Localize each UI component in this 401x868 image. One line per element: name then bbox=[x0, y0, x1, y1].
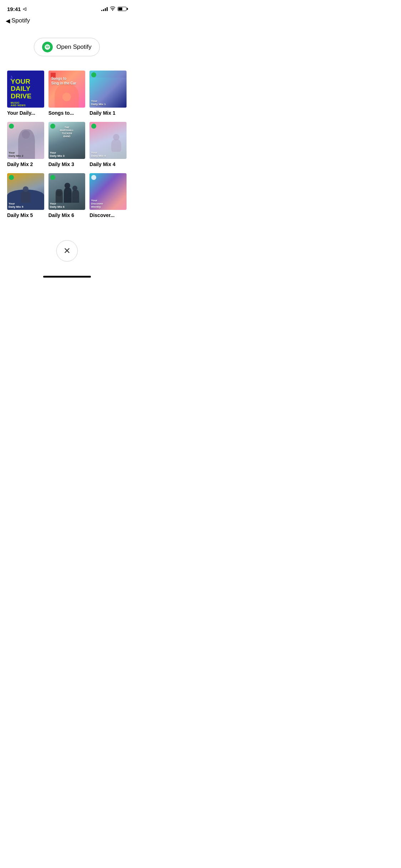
status-bar: 19:41 ◁ bbox=[0, 0, 134, 16]
location-icon: ◁ bbox=[23, 6, 26, 11]
signal-bar-1 bbox=[101, 10, 102, 11]
signal-bars bbox=[101, 7, 108, 11]
close-icon: ✕ bbox=[63, 246, 71, 256]
playlist-item-discover-weekly[interactable]: YourDiscoverWeekly Discover... bbox=[89, 173, 127, 219]
playlist-thumb-daily-mix-4: YourDaily Mix 4 bbox=[89, 122, 127, 159]
playlist-grid: ♪ YOUR DAILY DRIVE MUSICAND NEWS Your Da… bbox=[0, 63, 134, 219]
playlist-title-songs-to-sing: Songs to... bbox=[48, 110, 86, 116]
playlist-title-daily-mix-6: Daily Mix 6 bbox=[48, 212, 86, 218]
playlist-thumb-discover-weekly: YourDiscoverWeekly bbox=[89, 173, 127, 210]
playlist-thumb-daily-mix-5: YourDaily Mix 5 bbox=[7, 173, 44, 210]
playlist-item-your-daily-drive[interactable]: ♪ YOUR DAILY DRIVE MUSICAND NEWS Your Da… bbox=[7, 71, 44, 116]
playlist-thumb-songs-to-sing: Songs toSing in the Car bbox=[48, 71, 86, 108]
close-container: ✕ bbox=[0, 219, 134, 272]
playlist-title-daily-mix-2: Daily Mix 2 bbox=[7, 161, 44, 167]
status-icons bbox=[101, 6, 127, 12]
playlist-thumb-daily-mix-1: YourDaily Mix 1 bbox=[89, 71, 127, 108]
open-spotify-container: Open Spotify bbox=[0, 27, 134, 63]
playlist-thumb-your-daily-drive: ♪ YOUR DAILY DRIVE MUSICAND NEWS bbox=[7, 71, 44, 108]
back-label: Spotify bbox=[11, 17, 30, 24]
signal-bar-3 bbox=[105, 8, 106, 11]
time-display: 19:41 bbox=[7, 6, 21, 12]
signal-bar-2 bbox=[103, 9, 104, 11]
open-spotify-label: Open Spotify bbox=[56, 43, 91, 51]
playlist-title-daily-mix-1: Daily Mix 1 bbox=[89, 110, 127, 116]
playlist-item-songs-to-sing[interactable]: Songs toSing in the Car Songs to... bbox=[48, 71, 86, 116]
playlist-item-daily-mix-2[interactable]: YourDaily Mix 2 Daily Mix 2 bbox=[7, 122, 44, 167]
playlist-item-daily-mix-5[interactable]: YourDaily Mix 5 Daily Mix 5 bbox=[7, 173, 44, 219]
playlist-thumb-daily-mix-6: YourDaily Mix 6 bbox=[48, 173, 86, 210]
signal-bar-4 bbox=[107, 7, 108, 11]
open-spotify-button[interactable]: Open Spotify bbox=[34, 38, 99, 56]
back-arrow-icon: ◀ bbox=[6, 17, 10, 24]
back-nav[interactable]: ◀ Spotify bbox=[0, 16, 134, 27]
close-button[interactable]: ✕ bbox=[56, 240, 78, 262]
playlist-title-discover-weekly: Discover... bbox=[89, 212, 127, 218]
home-indicator bbox=[0, 272, 134, 280]
playlist-item-daily-mix-3[interactable]: TheMarshallTuckerBand YourDaily Mix 3 Da… bbox=[48, 122, 86, 167]
playlist-thumb-daily-mix-2: YourDaily Mix 2 bbox=[7, 122, 44, 159]
playlist-item-daily-mix-4[interactable]: YourDaily Mix 4 Daily Mix 4 bbox=[89, 122, 127, 167]
playlist-title-your-daily-drive: Your Daily... bbox=[7, 110, 44, 116]
home-bar bbox=[43, 276, 91, 278]
status-time: 19:41 ◁ bbox=[7, 6, 26, 12]
spotify-logo bbox=[42, 42, 53, 52]
playlist-thumb-daily-mix-3: TheMarshallTuckerBand YourDaily Mix 3 bbox=[48, 122, 86, 159]
battery-fill bbox=[118, 7, 122, 10]
spotify-logo-svg bbox=[44, 44, 51, 50]
battery-icon bbox=[118, 7, 127, 11]
playlist-title-daily-mix-3: Daily Mix 3 bbox=[48, 161, 86, 167]
wifi-icon bbox=[110, 6, 115, 12]
playlist-item-daily-mix-1[interactable]: YourDaily Mix 1 Daily Mix 1 bbox=[89, 71, 127, 116]
playlist-title-daily-mix-4: Daily Mix 4 bbox=[89, 161, 127, 167]
playlist-title-daily-mix-5: Daily Mix 5 bbox=[7, 212, 44, 218]
playlist-item-daily-mix-6[interactable]: YourDaily Mix 6 Daily Mix 6 bbox=[48, 173, 86, 219]
